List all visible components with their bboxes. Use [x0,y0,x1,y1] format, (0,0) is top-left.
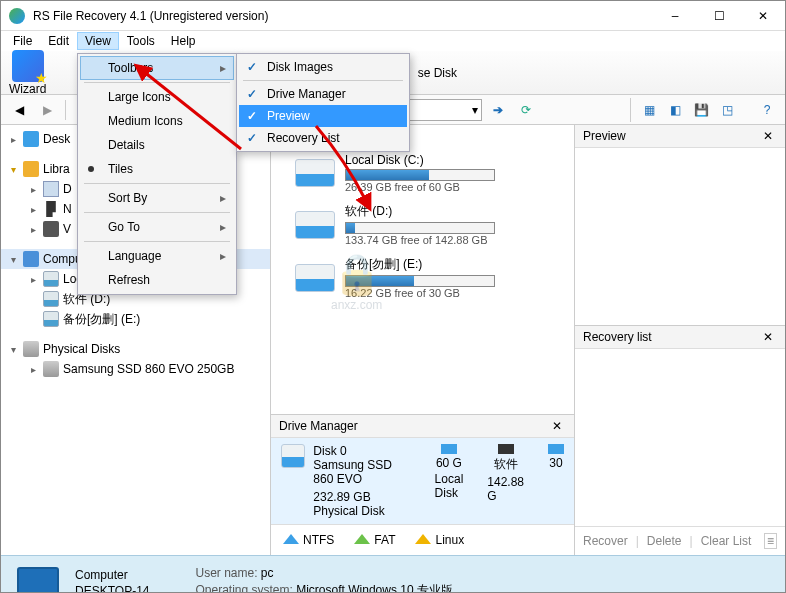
maximize-button[interactable]: ☐ [697,1,741,30]
recover-button[interactable]: Recover [583,534,628,548]
preview-close[interactable]: ✕ [759,129,777,143]
status-os-label: Operating system: [195,583,292,593]
chevron-right-icon: ▸ [220,220,226,234]
disk-icon [295,264,335,292]
recovery-body [575,349,785,526]
preview-pane-button[interactable]: ◧ [663,98,687,122]
tree-ssd[interactable]: ▸Samsung SSD 860 EVO 250GB [1,359,270,379]
close-button[interactable]: ✕ [741,1,785,30]
capacity-bar [345,275,495,287]
menu-file[interactable]: File [5,32,40,50]
minimize-button[interactable]: – [653,1,697,30]
dm-disk-type: Physical Disk [313,504,410,518]
recovery-actions: Recover| Delete| Clear List ≡ [575,526,785,555]
forward-button[interactable]: ▶ [35,98,59,122]
preview-header: Preview ✕ [575,125,785,148]
window-buttons: – ☐ ✕ [653,1,785,30]
info-button[interactable]: ◳ [715,98,739,122]
drive-manager-close[interactable]: ✕ [548,419,566,433]
music-icon [43,201,59,217]
dm-partition[interactable]: 30 [548,444,564,518]
drive-icon [43,271,59,287]
drive-icon [43,311,59,327]
recovery-close[interactable]: ✕ [759,330,777,344]
dm-partition[interactable]: 60 GLocal Disk [435,444,464,518]
menu-sort-by[interactable]: Sort By▸ [80,186,234,210]
chevron-right-icon: ▸ [220,191,226,205]
disk-icon [295,211,335,239]
menu-view[interactable]: View [77,32,119,50]
tree-backup-e[interactable]: 备份[勿删] (E:) [1,309,270,329]
menu-go-to[interactable]: Go To▸ [80,215,234,239]
recovery-header: Recovery list ✕ [575,326,785,349]
menu-language[interactable]: Language▸ [80,244,234,268]
desktop-icon [23,131,39,147]
menu-refresh[interactable]: Refresh [80,268,234,292]
disk-item[interactable]: 备份[勿删] (E:) 16.22 GB free of 30 GB [295,256,566,299]
library-icon [23,161,39,177]
fs-legend: NTFS FAT Linux [271,524,574,555]
submenu-drive-manager[interactable]: ✓Drive Manager [239,83,407,105]
menu-tools[interactable]: Tools [119,32,163,50]
right-pane: Preview ✕ Recovery list ✕ Recover| Delet… [575,125,785,555]
ntfs-icon [283,534,299,544]
partition-chip-icon [441,444,457,454]
menu-help[interactable]: Help [163,32,204,50]
tree-physical[interactable]: ▾Physical Disks [1,339,270,359]
physical-disk-icon [281,444,305,468]
preview-title: Preview [583,129,626,143]
drive-manager-title: Drive Manager [279,419,358,433]
chevron-down-icon: ▾ [469,103,481,117]
statusbar: Computer DESKTOP-14 User name: pc Operat… [1,555,785,593]
titlebar: RS File Recovery 4.1 (Unregistered versi… [1,1,785,31]
disk-name: 备份[勿删] (E:) [345,256,495,273]
video-icon [43,221,59,237]
go-button[interactable]: ➔ [486,98,510,122]
partition-chip-icon [548,444,564,454]
wizard-icon[interactable] [12,50,44,82]
dm-partition[interactable]: 软件142.88 G [487,444,524,518]
recovery-menu-icon[interactable]: ≡ [764,533,777,549]
annotation-arrow-1 [131,59,251,162]
back-button[interactable]: ◀ [7,98,31,122]
dm-partitions: 60 GLocal Disk 软件142.88 G 30 [435,444,564,518]
preview-body [575,148,785,326]
menubar: File Edit View Tools Help [1,31,785,51]
view-mode-button[interactable]: ▦ [637,98,661,122]
document-icon [43,181,59,197]
app-icon [9,8,25,24]
disk-free: 16.22 GB free of 30 GB [345,287,495,299]
ssd-icon [43,361,59,377]
radio-selected-icon [88,166,94,172]
dm-disk-name: Disk 0 [313,444,410,458]
computer-monitor-icon [17,567,59,594]
annotation-arrow-2 [296,121,386,214]
physical-disk-icon [23,341,39,357]
drive-manager-body[interactable]: Disk 0 Samsung SSD 860 EVO 232.89 GB Phy… [271,438,574,524]
status-hostname: DESKTOP-14 [75,584,149,594]
save-button[interactable]: 💾 [689,98,713,122]
dm-disk-size: 232.89 GB [313,490,410,504]
choose-disk-label: se Disk [418,66,457,80]
drive-icon [43,291,59,307]
partition-chip-icon [498,444,514,454]
fat-icon [354,534,370,544]
linux-icon [415,534,431,544]
status-user: pc [261,566,274,580]
status-os: Microsoft Windows 10 专业版 [296,583,453,593]
delete-button[interactable]: Delete [647,534,682,548]
menu-edit[interactable]: Edit [40,32,77,50]
chevron-right-icon: ▸ [220,249,226,263]
help-button[interactable]: ? [755,98,779,122]
status-computer: Computer [75,568,149,582]
submenu-disk-images[interactable]: ✓Disk Images [239,56,407,78]
capacity-bar [345,222,495,234]
status-user-label: User name: [195,566,257,580]
recovery-title: Recovery list [583,330,652,344]
disk-free: 133.74 GB free of 142.88 GB [345,234,495,246]
refresh-button[interactable]: ⟳ [514,98,538,122]
clear-list-button[interactable]: Clear List [701,534,752,548]
drive-manager-header: Drive Manager ✕ [271,415,574,438]
drive-manager-panel: Drive Manager ✕ Disk 0 Samsung SSD 860 E… [271,414,574,555]
dm-disk-model: Samsung SSD 860 EVO [313,458,410,486]
